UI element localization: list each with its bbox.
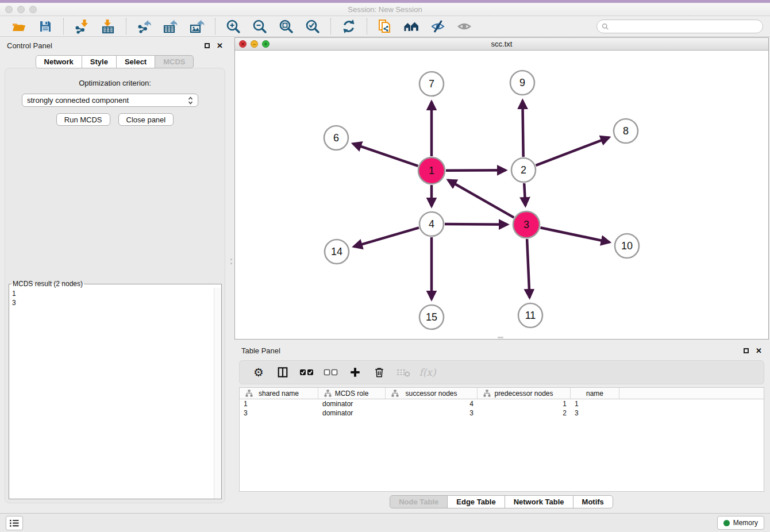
tab-style[interactable]: Style xyxy=(82,55,117,68)
table-cell[interactable]: 2 xyxy=(478,408,571,418)
control-panel: Control Panel ✕ NetworkStyleSelectMCDS O… xyxy=(0,38,230,510)
graph-edge-3-10[interactable] xyxy=(541,228,610,242)
network-canvas[interactable]: 7968124314101511 xyxy=(235,51,768,339)
close-panel-button[interactable]: Close panel xyxy=(118,113,174,126)
hide-network-icon[interactable] xyxy=(430,18,446,34)
save-icon[interactable] xyxy=(37,18,53,34)
home-icon[interactable] xyxy=(403,18,419,34)
graph-edge-1-2[interactable] xyxy=(446,170,506,171)
graph-node-15[interactable]: 15 xyxy=(419,305,444,329)
column-header-label: predecessor nodes xyxy=(494,390,553,398)
import-network-icon[interactable] xyxy=(74,18,90,34)
column-header-label: successor nodes xyxy=(405,390,457,398)
graph-node-3[interactable]: 3 xyxy=(513,211,540,238)
graph-edge-4-14[interactable] xyxy=(354,228,419,246)
graph-node-11[interactable]: 11 xyxy=(518,303,542,327)
tab-network[interactable]: Network xyxy=(36,55,82,68)
table-cell[interactable]: dominator xyxy=(318,399,386,408)
trash-icon[interactable] xyxy=(369,364,389,381)
graph-node-4[interactable]: 4 xyxy=(419,212,444,236)
tab-node-table[interactable]: Node Table xyxy=(390,495,448,508)
column-header-shared-name[interactable]: shared name xyxy=(240,388,318,399)
result-scrollbar[interactable] xyxy=(214,288,221,499)
svg-text:9: 9 xyxy=(519,77,525,88)
open-web-doc-icon[interactable] xyxy=(377,18,393,34)
tab-mcds[interactable]: MCDS xyxy=(155,55,194,68)
graph-edge-2-9[interactable] xyxy=(522,101,523,157)
table-cell[interactable]: 3 xyxy=(386,408,478,418)
column-type-icon xyxy=(242,390,250,397)
float-panel-icon[interactable] xyxy=(205,43,210,48)
mcds-result-text[interactable]: 13 xyxy=(9,288,221,499)
graph-edge-2-3[interactable] xyxy=(524,183,525,206)
run-mcds-button[interactable]: Run MCDS xyxy=(56,113,110,126)
column-header-MCDS-role[interactable]: MCDS role xyxy=(318,388,386,399)
chevron-updown-icon xyxy=(188,97,193,105)
zoom-in-icon[interactable] xyxy=(225,18,241,34)
gear-icon[interactable]: ⚙ xyxy=(249,364,268,381)
canvas-resize-handle[interactable] xyxy=(498,337,503,338)
zoom-fit-icon[interactable] xyxy=(278,18,294,34)
export-image-icon[interactable] xyxy=(189,18,205,34)
vertical-splitter-handle[interactable] xyxy=(230,259,233,265)
refresh-layout-icon[interactable] xyxy=(341,18,357,34)
graph-node-1[interactable]: 1 xyxy=(418,157,445,184)
table-cell[interactable]: dominator xyxy=(318,408,386,418)
graph-node-6[interactable]: 6 xyxy=(324,126,348,150)
export-network-icon[interactable] xyxy=(136,18,152,34)
show-eye-icon[interactable] xyxy=(456,18,472,34)
node-table[interactable]: shared nameMCDS rolesuccessor nodesprede… xyxy=(239,387,764,492)
table-cell[interactable]: 3 xyxy=(571,408,619,418)
zoom-out-icon[interactable] xyxy=(252,18,268,34)
graph-edge-2-8[interactable] xyxy=(536,137,610,165)
graph-edge-1-6[interactable] xyxy=(353,144,418,166)
column-header-name[interactable]: name xyxy=(571,388,619,399)
add-icon[interactable] xyxy=(345,364,365,381)
import-table-icon[interactable] xyxy=(100,18,116,34)
zoom-selected-icon[interactable] xyxy=(305,18,321,34)
tab-network-table[interactable]: Network Table xyxy=(505,495,573,508)
table-cell[interactable]: 3 xyxy=(240,408,318,418)
close-panel-icon[interactable]: ✕ xyxy=(217,42,223,49)
search-box[interactable] xyxy=(596,20,763,33)
graph-edge-4-3[interactable] xyxy=(445,224,507,225)
function-label: f(x) xyxy=(419,367,436,378)
svg-text:1: 1 xyxy=(429,165,434,176)
graph-node-7[interactable]: 7 xyxy=(419,72,444,96)
close-table-panel-icon[interactable]: ✕ xyxy=(756,347,762,354)
list-icon xyxy=(9,519,20,527)
table-cell[interactable]: 4 xyxy=(386,399,478,408)
graph-node-9[interactable]: 9 xyxy=(510,71,534,95)
memory-button[interactable]: Memory xyxy=(717,516,764,530)
column-header-predecessor-nodes[interactable]: predecessor nodes xyxy=(478,388,571,399)
task-history-button[interactable] xyxy=(6,516,23,530)
export-table-icon[interactable] xyxy=(163,18,179,34)
svg-text:8: 8 xyxy=(623,125,629,137)
table-cell[interactable]: 1 xyxy=(240,399,318,408)
tab-select[interactable]: Select xyxy=(116,55,155,68)
search-input[interactable] xyxy=(612,21,763,32)
table-toolbar: ⚙f(x) xyxy=(239,360,764,384)
select-all-icon[interactable] xyxy=(297,364,317,381)
table-cell[interactable]: 1 xyxy=(571,399,619,408)
graph-node-10[interactable]: 10 xyxy=(615,234,639,258)
column-header-successor-nodes[interactable]: successor nodes xyxy=(386,388,478,399)
table-row[interactable]: 1dominator411 xyxy=(240,399,764,408)
graph-edge-3-1[interactable] xyxy=(448,180,514,217)
graph-node-2[interactable]: 2 xyxy=(511,158,536,182)
graph-node-14[interactable]: 14 xyxy=(325,240,349,264)
table-cell[interactable]: 1 xyxy=(478,399,571,408)
mcds-panel: Optimization criterion: strongly connect… xyxy=(5,68,225,503)
graph-edge-3-11[interactable] xyxy=(527,239,530,298)
float-table-panel-icon[interactable] xyxy=(744,348,749,353)
table-row[interactable]: 3dominator323 xyxy=(240,408,764,418)
open-folder-icon[interactable] xyxy=(11,18,27,34)
tab-motifs[interactable]: Motifs xyxy=(573,495,613,508)
memory-status-icon xyxy=(723,520,730,526)
column-type-icon xyxy=(388,390,396,397)
graph-node-8[interactable]: 8 xyxy=(614,119,638,143)
tab-edge-table[interactable]: Edge Table xyxy=(447,495,505,508)
optimization-criterion-dropdown[interactable]: strongly connected component xyxy=(22,94,198,107)
deselect-all-icon[interactable] xyxy=(321,364,341,381)
column-view-icon[interactable] xyxy=(273,364,292,381)
